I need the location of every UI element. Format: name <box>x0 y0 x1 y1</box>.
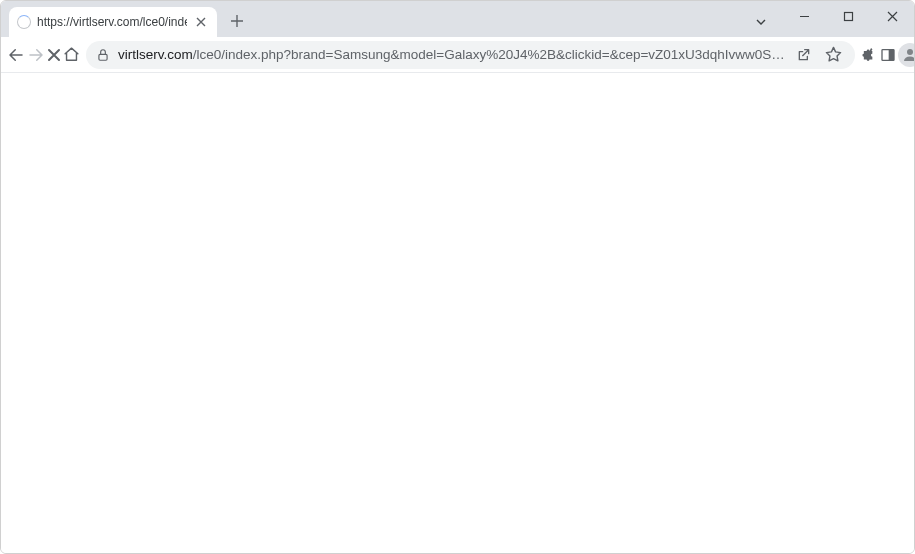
url-path: /lce0/index.php?brand=Samsung&model=Gala… <box>193 47 785 62</box>
close-icon <box>47 48 61 62</box>
tab-strip: https://virtlserv.com/lce0/index.p <box>1 1 744 37</box>
title-bar: https://virtlserv.com/lce0/index.p <box>1 1 914 37</box>
page-content <box>1 73 914 554</box>
profile-button[interactable] <box>898 41 915 69</box>
minimize-button[interactable] <box>782 1 826 31</box>
back-button[interactable] <box>7 41 25 69</box>
close-window-button[interactable] <box>870 1 914 31</box>
address-bar[interactable]: virtlserv.com/lce0/index.php?brand=Samsu… <box>86 41 855 69</box>
share-icon <box>796 47 812 63</box>
avatar <box>898 43 915 67</box>
stop-button[interactable] <box>47 41 61 69</box>
share-button[interactable] <box>793 44 815 66</box>
puzzle-icon <box>861 46 878 63</box>
new-tab-button[interactable] <box>223 7 251 35</box>
plus-icon <box>230 14 244 28</box>
window-controls <box>782 1 914 31</box>
side-panel-button[interactable] <box>880 41 896 69</box>
panel-icon <box>880 47 896 63</box>
svg-rect-0 <box>844 12 852 20</box>
extensions-button[interactable] <box>861 41 878 69</box>
tab-title: https://virtlserv.com/lce0/index.p <box>37 15 187 29</box>
home-button[interactable] <box>63 41 80 69</box>
tab-search-button[interactable] <box>744 7 778 37</box>
svg-rect-1 <box>99 54 107 60</box>
lock-icon <box>96 48 110 62</box>
chevron-down-icon <box>755 16 767 28</box>
bookmark-button[interactable] <box>823 44 845 66</box>
close-icon <box>196 17 206 27</box>
minimize-icon <box>799 11 810 22</box>
close-icon <box>887 11 898 22</box>
url-domain: virtlserv.com <box>118 47 193 62</box>
svg-rect-3 <box>889 49 894 60</box>
arrow-left-icon <box>7 46 25 64</box>
url-text: virtlserv.com/lce0/index.php?brand=Samsu… <box>118 47 785 62</box>
loading-spinner-icon <box>17 15 31 29</box>
maximize-button[interactable] <box>826 1 870 31</box>
close-tab-button[interactable] <box>193 14 209 30</box>
forward-button[interactable] <box>27 41 45 69</box>
arrow-right-icon <box>27 46 45 64</box>
star-icon <box>825 46 842 63</box>
browser-tab[interactable]: https://virtlserv.com/lce0/index.p <box>9 7 217 37</box>
person-icon <box>901 46 915 64</box>
maximize-icon <box>843 11 854 22</box>
toolbar: virtlserv.com/lce0/index.php?brand=Samsu… <box>1 37 914 73</box>
svg-point-4 <box>907 49 913 55</box>
home-icon <box>63 46 80 63</box>
